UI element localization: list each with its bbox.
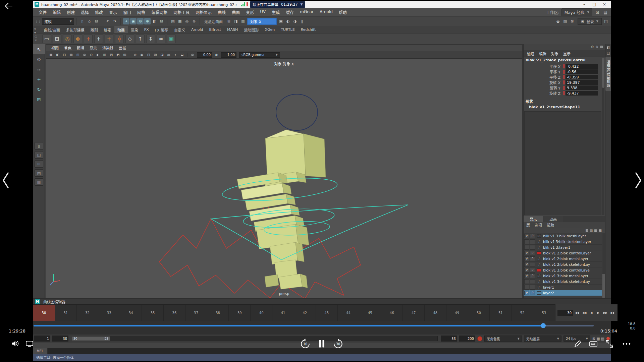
- channel-row-6[interactable]: 旋转 Z -9.437: [524, 90, 605, 96]
- shelf-tool-icon-3[interactable]: ◎: [63, 35, 72, 43]
- timeline-frame-45[interactable]: 45: [359, 305, 381, 321]
- timeline-frame-51[interactable]: 51: [490, 305, 512, 321]
- shelf-tab-3[interactable]: 雕刻: [88, 26, 101, 33]
- workspace-settings-icon[interactable]: ▤: [602, 10, 608, 15]
- anim-layer-selector[interactable]: 无动画层▼: [524, 336, 561, 342]
- shelf-tool-icon-9[interactable]: ◇: [125, 35, 134, 43]
- range-slider-track[interactable]: 30 53: [72, 336, 438, 341]
- shelf-tab-2[interactable]: 多边形建模: [63, 26, 88, 33]
- animation-end-field[interactable]: 200: [459, 336, 475, 342]
- viewport-toolbar-icon-b7[interactable]: ⌖: [172, 52, 178, 58]
- layer-playback-toggle[interactable]: [530, 245, 535, 250]
- menu-item-19[interactable]: Arnold: [317, 9, 336, 15]
- viewport-toolbar-icon-a3[interactable]: ⊡: [61, 52, 67, 58]
- sign-in-button[interactable]: ◉ 登录 ▼: [578, 18, 602, 25]
- move-tool[interactable]: +: [33, 74, 45, 84]
- menu-item-9[interactable]: 编辑网格: [148, 9, 170, 15]
- render-icon-3[interactable]: ◑: [292, 18, 298, 24]
- menu-item-18[interactable]: mGear: [297, 9, 317, 15]
- layer-color-swatch[interactable]: /: [537, 286, 541, 289]
- viewport-toolbar-icon-a1[interactable]: ▦: [48, 52, 54, 58]
- gamma-icon[interactable]: ◐: [214, 52, 220, 58]
- progress-knob[interactable]: [541, 323, 546, 328]
- layer-editor-menu-2[interactable]: 选项: [535, 222, 542, 228]
- panel-menu-2[interactable]: 着色: [61, 45, 74, 51]
- shelf-tab-14[interactable]: XGen: [262, 26, 278, 33]
- shelf-tool-icon-7[interactable]: +: [105, 35, 113, 43]
- channel-value[interactable]: 9.338: [566, 85, 598, 90]
- timeline-frame-49[interactable]: 49: [446, 305, 468, 321]
- selection-icon-3[interactable]: ▥: [240, 18, 246, 24]
- layer-visibility-toggle[interactable]: [524, 285, 529, 290]
- shelf-tool-icon-11[interactable]: ↕: [146, 35, 155, 43]
- layer-playback-toggle[interactable]: [530, 285, 535, 290]
- layer-color-swatch[interactable]: /: [537, 291, 541, 295]
- channel-value[interactable]: -0.56: [566, 69, 598, 74]
- layer-playback-toggle[interactable]: P: [530, 256, 535, 261]
- timeline-frame-40[interactable]: 40: [251, 305, 272, 321]
- layer-visibility-toggle[interactable]: [524, 239, 529, 244]
- back-button[interactable]: [4, 2, 13, 10]
- timeline-frame-46[interactable]: 46: [381, 305, 403, 321]
- layer-editor-tab-1[interactable]: 显示: [524, 216, 543, 222]
- channel-box-top-icon-3[interactable]: ▤: [600, 45, 603, 50]
- close-button[interactable]: ×: [599, 1, 609, 8]
- channel-box-scrollbar[interactable]: [602, 58, 604, 215]
- viewport-toolbar-icon-a6[interactable]: ◎: [82, 52, 88, 58]
- timeline-frame-52[interactable]: 52: [512, 305, 533, 321]
- layer-visibility-toggle[interactable]: [524, 245, 529, 250]
- mel-label[interactable]: MEL: [33, 348, 48, 354]
- viewport-toolbar-icon-b4[interactable]: ▨: [152, 52, 158, 58]
- channel-value[interactable]: -9.437: [566, 91, 598, 96]
- shelf-tab-1[interactable]: 曲线/曲面: [41, 26, 63, 33]
- maximize-button[interactable]: □: [589, 1, 599, 8]
- layer-color-swatch[interactable]: /: [537, 257, 541, 260]
- layer-editor-menu-3[interactable]: 帮助: [547, 222, 554, 228]
- viewport-toolbar-icon-b5[interactable]: ◪: [159, 52, 165, 58]
- timeline-frame-41[interactable]: 41: [272, 305, 294, 321]
- shelf-tool-icon-13[interactable]: ▣: [167, 35, 176, 43]
- menu-item-6[interactable]: 显示: [106, 9, 120, 15]
- timeline-frame-30[interactable]: 30: [33, 305, 55, 321]
- shelf-tool-icon-6[interactable]: +: [94, 35, 103, 43]
- screen-share-banner[interactable]: 您正在共享屏幕 01:29:27 ▼: [241, 1, 305, 8]
- coordinate-input-field[interactable]: 对象 X: [247, 18, 277, 25]
- layer-playback-toggle[interactable]: [530, 239, 535, 244]
- shelf-tab-10[interactable]: Arnold: [188, 26, 206, 33]
- channel-row-2[interactable]: 平移 Y -0.56: [524, 69, 605, 74]
- shelf-tool-icon-10[interactable]: ↑: [136, 35, 145, 43]
- shelf-tab-12[interactable]: MASH: [224, 26, 241, 33]
- viewport-toolbar-icon-a2[interactable]: ◧: [55, 52, 61, 58]
- layer-color-swatch[interactable]: [537, 251, 541, 255]
- history-icon-1[interactable]: ▤: [170, 18, 176, 24]
- undo-redo-icon-1[interactable]: ↶: [105, 18, 111, 24]
- video-progress-bar[interactable]: [34, 325, 594, 326]
- more-options-button[interactable]: [622, 342, 631, 346]
- menu-item-15[interactable]: UV: [257, 9, 269, 15]
- shelf-tool-icon-2[interactable]: ⊞: [53, 35, 61, 43]
- range-row-icon-3[interactable]: ▤: [601, 337, 604, 341]
- layer-color-swatch[interactable]: /: [537, 263, 541, 266]
- render-icon-4[interactable]: ‖: [299, 18, 305, 24]
- history-icon-3[interactable]: ◎: [184, 18, 190, 24]
- shelf-tab-6[interactable]: 渲染: [128, 26, 141, 33]
- layer-row-4[interactable]: V P blok v1 2:blok controlLayer: [524, 250, 602, 256]
- timeline-frame-47[interactable]: 47: [403, 305, 425, 321]
- timeline-frame-31[interactable]: 31: [55, 305, 77, 321]
- sidebar-toggle-icon-3[interactable]: ⊠: [569, 18, 575, 24]
- playback-button-4[interactable]: ▶: [595, 310, 601, 316]
- viewport-toolbar-icon-b3[interactable]: ⊟: [146, 52, 152, 58]
- viewport-toolbar-icon-a4[interactable]: ▤: [68, 52, 74, 58]
- menu-item-16[interactable]: 生成: [269, 9, 283, 15]
- menu-item-3[interactable]: 创建: [64, 9, 78, 15]
- viewport-toolbar-icon-a10[interactable]: ⊠: [108, 52, 114, 58]
- channel-box-top-icon-2[interactable]: ⊚: [595, 45, 598, 50]
- timeline-frame-53[interactable]: 53: [533, 305, 555, 321]
- channel-row-5[interactable]: 旋转 Y 9.338: [524, 85, 605, 90]
- shelf-tab-5[interactable]: 动画: [114, 26, 128, 33]
- show-hide-editors-icon[interactable]: ◫: [603, 18, 609, 24]
- paint-select-tool[interactable]: ≈: [33, 64, 45, 74]
- channel-box-menu-4[interactable]: 显示: [563, 51, 571, 56]
- layer-row-6[interactable]: V / blok v1 2:blok skeletonLay: [524, 262, 602, 267]
- playback-button-5[interactable]: ▶▶: [602, 310, 608, 316]
